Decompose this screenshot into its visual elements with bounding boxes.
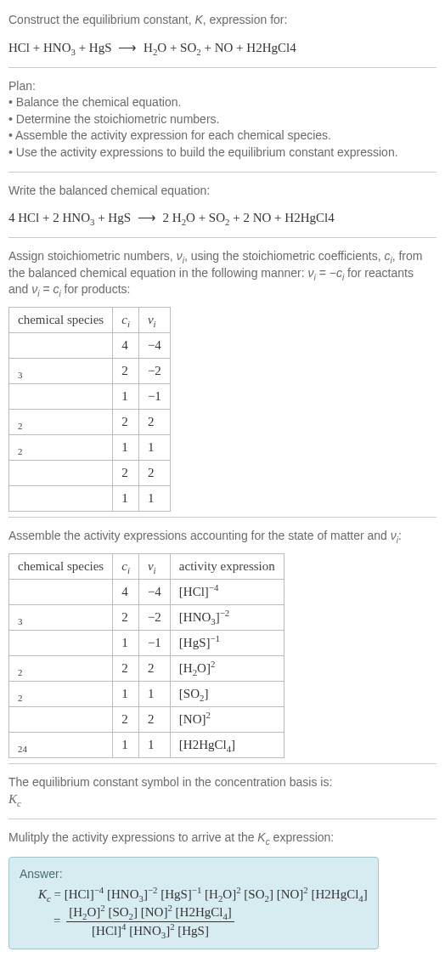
- txt: for products:: [61, 282, 131, 296]
- intro-pre: Construct the equilibrium constant,: [8, 13, 194, 26]
- txt: = −: [316, 266, 336, 280]
- txt: Assemble the activity expressions accoun…: [8, 529, 391, 542]
- txt: , using the stoichiometric coefficients,: [184, 249, 385, 263]
- eq-sign: =: [51, 887, 65, 901]
- txt: =: [40, 282, 54, 296]
- fraction-denominator: [HCl]4 [HNO3]2 [HgS]: [66, 921, 234, 940]
- divider: [8, 763, 437, 764]
- divider: [8, 67, 437, 68]
- table-row: 11: [9, 485, 171, 511]
- txt: expression:: [270, 830, 334, 844]
- intro-K: K: [194, 13, 202, 26]
- table-row: 32−2[HNO3]−2: [9, 604, 284, 630]
- plan-item-2: • Determine the stoichiometric numbers.: [8, 111, 437, 128]
- table-row: 211: [9, 434, 171, 460]
- balanced-equation: 4 HCl + 2 HNO3 + HgS ⟶ 2 H2O + SO2 + 2 N…: [8, 204, 437, 232]
- divider: [8, 172, 437, 173]
- activity-table: chemical speciesciνiactivity expression4…: [8, 553, 284, 758]
- txt: Mulitply the activity expressions to arr…: [8, 830, 257, 844]
- nu: ν: [177, 249, 183, 263]
- txt: Assign stoichiometric numbers,: [8, 249, 177, 263]
- K: K: [257, 830, 265, 844]
- balanced-title: Write the balanced chemical equation:: [8, 178, 437, 205]
- divider: [8, 237, 437, 238]
- table-row: 22[NO]2: [9, 706, 284, 732]
- K-sub: c: [17, 798, 21, 808]
- nu: ν: [391, 529, 397, 542]
- eq-sign: =: [54, 914, 64, 927]
- plan-item-3: • Assemble the activity expression for e…: [8, 127, 437, 144]
- intro-heading: Construct the equilibrium constant, K, e…: [8, 7, 437, 34]
- intro-post: , expression for:: [203, 13, 288, 26]
- stoichiometric-table: chemical speciesciνi4−432−21−12222112211: [8, 307, 171, 512]
- txt: The equilibrium constant symbol in the c…: [8, 774, 437, 791]
- K: K: [8, 792, 17, 806]
- table-row: 222[H2O]2: [9, 655, 284, 681]
- table-row: 4−4[HCl]−4: [9, 579, 284, 604]
- K: K: [38, 887, 47, 901]
- plan-block: Plan: • Balance the chemical equation. •…: [8, 73, 437, 167]
- assemble-text: Assemble the activity expressions accoun…: [8, 523, 437, 550]
- answer-box: Answer: Kc = [HCl]−4 [HNO3]−2 [HgS]−1 [H…: [8, 857, 379, 950]
- fraction-numerator: [H2O]2 [SO2] [NO]2 [H2HgCl4]: [66, 904, 234, 921]
- answer-line2: = [H2O]2 [SO2] [NO]2 [H2HgCl4] [HCl]4 [H…: [54, 904, 368, 940]
- fraction: [H2O]2 [SO2] [NO]2 [H2HgCl4] [HCl]4 [HNO…: [66, 904, 234, 940]
- divider: [8, 517, 437, 518]
- multiply-text: Mulitply the activity expressions to arr…: [8, 824, 437, 852]
- answer-label: Answer:: [20, 866, 368, 883]
- plan-item-1: • Balance the chemical equation.: [8, 94, 437, 111]
- table-row: 22: [9, 460, 171, 485]
- table-row: 2411[H2HgCl4]: [9, 732, 284, 757]
- divider: [8, 819, 437, 819]
- kc-basis-text: The equilibrium constant symbol in the c…: [8, 769, 437, 814]
- txt: :: [398, 529, 402, 542]
- c: c: [336, 266, 342, 280]
- raw-equation: HCl + HNO3 + HgS ⟶ H2O + SO2 + NO + H2Hg…: [8, 34, 437, 62]
- answer-line1: Kc = [HCl]−4 [HNO3]−2 [HgS]−1 [H2O]2 [SO…: [38, 886, 368, 904]
- table-row: 222: [9, 409, 171, 434]
- table-row: 1−1[HgS]−1: [9, 630, 284, 655]
- table-row: 1−1: [9, 383, 171, 409]
- table-row: 211[SO2]: [9, 681, 284, 706]
- table-row: 4−4: [9, 332, 171, 358]
- plan-title: Plan:: [8, 78, 437, 95]
- stoichiometric-text: Assign stoichiometric numbers, νi, using…: [8, 243, 437, 303]
- nu: ν: [308, 266, 314, 280]
- plan-item-4: • Use the activity expressions to build …: [8, 144, 437, 161]
- table-row: 32−2: [9, 358, 171, 383]
